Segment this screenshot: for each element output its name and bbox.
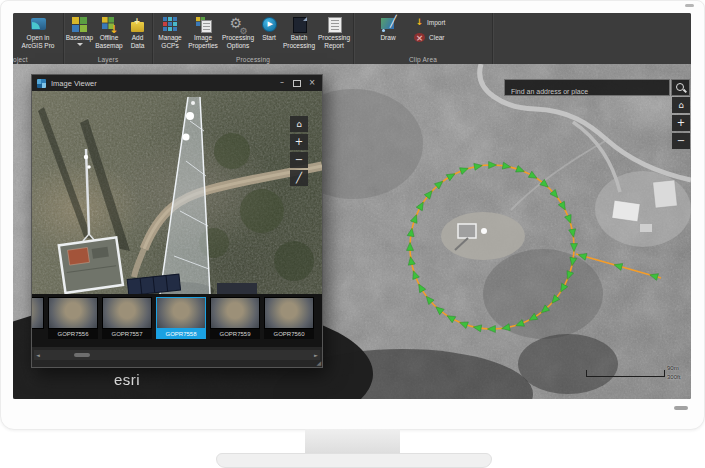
thumbnail-partial[interactable]	[32, 297, 44, 329]
offline-basemap-button[interactable]: ↓ Offline Basemap	[94, 15, 124, 49]
processing-report-button[interactable]: Processing Report	[316, 15, 352, 49]
draw-icon: ╱	[380, 16, 397, 33]
batch-processing-button[interactable]: Batch Processing	[282, 15, 316, 49]
gear-icon: ⚙⚙	[230, 16, 247, 33]
offline-basemap-icon: ↓	[101, 16, 118, 33]
manage-gcps-icon	[162, 16, 179, 33]
esri-logo: esri	[114, 371, 140, 388]
image-viewer-app-icon	[37, 79, 46, 88]
monitor-bezel: Open in ArcGIS Pro Project Basemap	[0, 0, 705, 430]
image-viewer-titlebar[interactable]: Image Viewer – ×	[32, 75, 322, 91]
play-icon: ▶	[261, 16, 278, 33]
basemap-icon	[71, 16, 88, 33]
aerial-photo-view[interactable]: ⌂ + − ╱	[32, 91, 322, 294]
thumbnail-image	[102, 297, 152, 329]
close-button[interactable]: ×	[305, 75, 319, 91]
image-properties-icon	[195, 16, 212, 33]
home-button[interactable]: ⌂	[672, 97, 690, 113]
photo-nav-tools: ⌂ + − ╱	[290, 116, 308, 188]
search-button[interactable]	[671, 79, 690, 96]
thumbnail[interactable]: GOPR7557	[102, 297, 152, 339]
thumbnail-image	[156, 297, 206, 329]
draw-button[interactable]: ╱ Draw	[368, 15, 408, 42]
ribbon-group-processing: Manage GCPs Image Properties ⚙⚙ Processi…	[153, 13, 354, 64]
basemap-button[interactable]: Basemap	[65, 15, 94, 46]
zoom-out-button[interactable]: −	[290, 152, 308, 168]
image-properties-button[interactable]: Image Properties	[186, 15, 220, 49]
image-viewer-window: Image Viewer – ×	[31, 74, 323, 368]
zoom-out-button[interactable]: −	[672, 133, 690, 149]
thumbnail[interactable]: GOPR7559	[210, 297, 260, 339]
group-label-layers: Layers	[64, 56, 152, 63]
group-label-processing: Processing	[153, 56, 353, 63]
window-title: Image Viewer	[51, 79, 97, 88]
ribbon-group-clip-area: ╱ Draw ↓ Import × Clear Clip Area	[354, 13, 493, 64]
app-screen: Open in ArcGIS Pro Project Basemap	[13, 13, 691, 399]
manage-gcps-button[interactable]: Manage GCPs	[154, 15, 186, 49]
import-button[interactable]: ↓ Import	[414, 17, 445, 27]
start-button[interactable]: ▶ Start	[256, 15, 282, 42]
camera-dash	[685, 4, 694, 7]
thumbnail[interactable]: GOPR7560	[264, 297, 314, 339]
clear-x-icon: ×	[414, 33, 425, 42]
monitor-stand-neck	[305, 429, 400, 455]
group-label-project: Project	[13, 56, 47, 63]
scale-bar	[586, 370, 665, 377]
scale-metric-label: 90m	[667, 365, 679, 371]
thumbnail[interactable]: GOPR7556	[48, 297, 98, 339]
ribbon-toolbar: Open in ArcGIS Pro Project Basemap	[13, 13, 691, 64]
group-label-clip-area: Clip Area	[354, 56, 492, 63]
maximize-button[interactable]	[293, 80, 301, 87]
photo-graphics	[32, 91, 322, 294]
resize-grip-icon[interactable]: ◢	[316, 359, 321, 366]
ribbon-group-layers: Basemap ↓ Offline Basemap + Add Data	[64, 13, 153, 64]
open-in-arcgis-pro-button[interactable]: Open in ArcGIS Pro	[15, 15, 61, 49]
thumbnail-scrollbar[interactable]: ◄ ►	[34, 350, 320, 360]
processing-options-button[interactable]: ⚙⚙ Processing Options	[220, 15, 256, 49]
search-box	[504, 79, 670, 96]
ribbon-group-project: Open in ArcGIS Pro Project	[13, 13, 64, 64]
monitor-stand-base	[216, 453, 492, 468]
thumbnail-image	[264, 297, 314, 329]
thumbnail-strip: GOPR7556 GOPR7557 GOPR7558 GOPR7559 GOPR…	[32, 294, 322, 347]
report-document-icon	[326, 16, 343, 33]
search-input[interactable]	[505, 84, 675, 99]
add-data-button[interactable]: + Add Data	[124, 15, 151, 49]
clear-button[interactable]: × Clear	[414, 33, 445, 42]
thumbnail[interactable]: GOPR7558	[156, 297, 206, 339]
minimize-button[interactable]: –	[275, 75, 289, 91]
dropdown-caret-icon	[77, 43, 83, 46]
thumbnail-image	[48, 297, 98, 329]
batch-processing-icon	[291, 16, 308, 33]
flight-direction-markers	[407, 162, 659, 333]
flight-path-circle	[410, 165, 574, 329]
home-button[interactable]: ⌂	[290, 116, 308, 132]
scale-imperial-label: 300ft	[667, 374, 680, 380]
zoom-in-button[interactable]: +	[672, 115, 690, 131]
scroll-left-arrow-icon[interactable]: ◄	[34, 350, 42, 360]
import-arrow-icon: ↓	[414, 17, 425, 27]
measure-pen-button[interactable]: ╱	[290, 170, 308, 186]
arcgis-pro-icon	[30, 16, 47, 33]
zoom-in-button[interactable]: +	[290, 134, 308, 150]
scrollbar-thumb[interactable]	[74, 353, 90, 357]
power-button	[674, 406, 688, 410]
map-nav-tools: ⌂ + −	[672, 97, 690, 151]
add-data-icon: +	[129, 16, 146, 33]
thumbnail-image	[210, 297, 260, 329]
